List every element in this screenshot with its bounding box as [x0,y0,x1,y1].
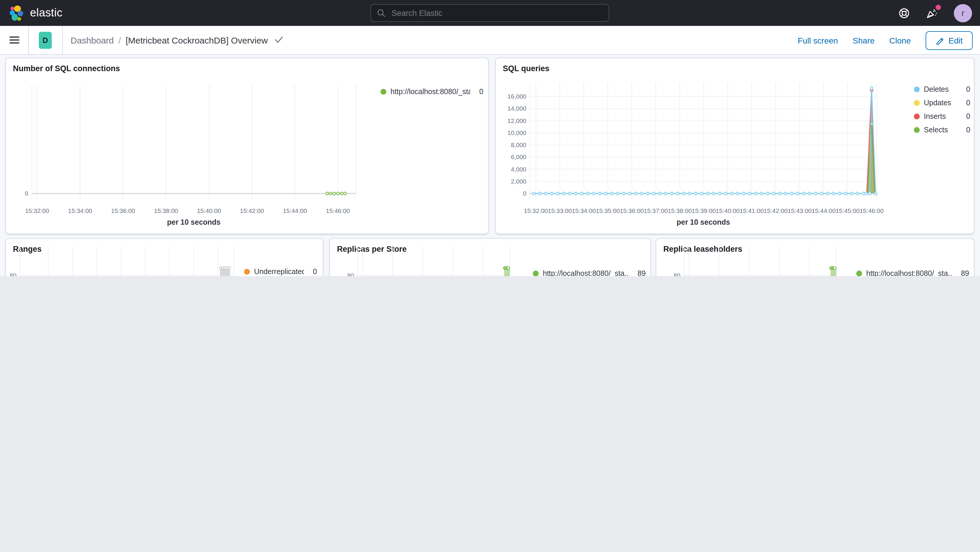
svg-text:2,000: 2,000 [511,178,526,185]
svg-text:15:34:00: 15:34:00 [68,207,92,214]
legend-label: Updates [924,99,951,107]
svg-text:per 10 seconds: per 10 seconds [167,218,221,226]
legend-value: 0 [961,126,970,134]
svg-text:15:32:00: 15:32:00 [25,207,49,214]
user-avatar[interactable]: r [954,4,972,22]
global-search[interactable] [371,4,609,22]
svg-text:0: 0 [25,190,28,197]
panel-sql-connections: 015:32:0015:34:0015:36:0015:38:0015:40:0… [5,58,489,234]
dashboard-toolbar: Full screen Share Clone Edit [798,26,973,55]
svg-text:15:35:00: 15:35:00 [596,207,620,214]
share-button[interactable]: Share [853,36,875,45]
sql-queries-chart[interactable]: 02,0004,0006,0008,00010,00012,00014,0001… [496,58,974,234]
legend-label: Inserts [924,112,946,121]
svg-text:15:44:00: 15:44:00 [811,207,836,214]
svg-text:80: 80 [10,272,16,276]
divider [62,26,63,54]
legend-dot-icon [856,270,862,276]
legend-item[interactable]: Underreplicated0 [244,267,317,276]
sql-queries-legend: Deletes0Updates0Inserts0Selects0 [914,85,970,134]
chevron-check-icon [275,37,283,43]
svg-text:15:33:00: 15:33:00 [548,207,572,214]
full-screen-button[interactable]: Full screen [798,36,838,45]
svg-text:10,000: 10,000 [508,129,526,136]
top-header: elastic [0,0,980,26]
sql-connections-chart[interactable]: 015:32:0015:34:0015:36:0015:38:0015:40:0… [6,58,488,234]
space-badge-letter: D [43,36,48,45]
legend-label: Selects [924,126,948,134]
legend-item[interactable]: http://localhost:8080/_stat...0 [380,87,484,96]
svg-text:15:36:00: 15:36:00 [620,207,644,214]
legend-label: http://localhost:8080/_sta... [543,269,628,276]
breadcrumb: Dashboard / [Metricbeat CockroachDB] Ove… [70,35,283,45]
sql-connections-legend: http://localhost:8080/_stat...0 [380,87,484,96]
svg-text:15:46:00: 15:46:00 [859,207,883,214]
svg-text:4,000: 4,000 [511,166,526,173]
svg-text:15:44:00: 15:44:00 [283,207,307,214]
svg-text:80: 80 [674,272,680,276]
pencil-icon [935,36,944,45]
legend-dot-icon [914,127,920,133]
svg-text:15:42:00: 15:42:00 [240,207,264,214]
search-icon [377,8,386,17]
dashboard-grid: 015:32:0015:34:0015:36:0015:38:0015:40:0… [0,55,980,276]
menu-button[interactable] [10,36,19,44]
news-button[interactable] [926,6,939,19]
legend-item[interactable]: http://localhost:8080/_sta...89 [533,269,646,276]
svg-text:15:39:00: 15:39:00 [692,207,716,214]
help-icon [898,7,910,19]
legend-dot-icon [533,270,539,276]
svg-text:0: 0 [523,190,526,197]
svg-text:15:45:00: 15:45:00 [836,207,860,214]
svg-text:15:40:00: 15:40:00 [716,207,740,214]
clone-button[interactable]: Clone [889,36,911,45]
panel-sql-queries: 02,0004,0006,0008,00010,00012,00014,0001… [495,58,974,234]
search-input[interactable] [390,8,603,18]
legend-value: 0 [308,267,317,276]
dashboard-list-toggle[interactable] [275,37,283,43]
legend-value: 0 [961,99,970,107]
svg-text:80: 80 [347,272,354,276]
legend-label: Underreplicated [254,267,304,276]
breadcrumb-dashboard-link[interactable]: Dashboard [70,35,114,45]
legend-item[interactable]: Deletes0 [914,85,970,94]
space-badge[interactable]: D [39,32,52,49]
elastic-logo[interactable]: elastic [10,5,63,21]
legend-item[interactable]: Inserts0 [914,112,970,121]
legend-dot-icon [914,86,920,92]
panel-replica-leaseholders: 0102030405060708015:32:0015:35:0015:38:0… [656,238,974,276]
svg-text:15:36:00: 15:36:00 [111,207,135,214]
divider [28,26,29,54]
svg-text:12,000: 12,000 [508,117,526,124]
page-title: [Metricbeat CockroachDB] Overview [126,35,268,45]
legend-item[interactable]: Selects0 [914,126,970,134]
legend-value: 0 [474,87,484,96]
legend-dot-icon [380,89,387,95]
legend-item[interactable]: Updates0 [914,99,970,107]
svg-text:15:37:00: 15:37:00 [644,207,668,214]
edit-button-label: Edit [948,36,963,45]
svg-text:6,000: 6,000 [511,154,526,160]
svg-text:15:43:00: 15:43:00 [788,207,812,214]
legend-label: http://localhost:8080/_stat... [390,87,471,96]
navigation-bar: D Dashboard / [Metricbeat CockroachDB] O… [0,26,980,55]
svg-text:16,000: 16,000 [508,93,526,100]
panel-ranges: 0102030405060708015:32:0015:34:0015:36:0… [5,238,323,276]
svg-text:15:41:00: 15:41:00 [740,207,764,214]
replica-leaseholders-legend: http://localhost:8080/_sta...89 [856,269,969,276]
svg-text:15:34:00: 15:34:00 [572,207,596,214]
svg-text:15:38:00: 15:38:00 [668,207,692,214]
legend-dot-icon [244,269,250,275]
legend-value: 89 [633,269,646,276]
edit-button[interactable]: Edit [926,31,973,50]
avatar-initial: r [961,8,964,17]
svg-text:per 10 seconds: per 10 seconds [676,218,730,226]
legend-value: 0 [961,85,970,94]
panel-replicas-per-store: 0102030405060708015:32:0015:35:0015:38:0… [329,238,651,276]
svg-text:15:40:00: 15:40:00 [197,207,221,214]
replicas-per-store-legend: http://localhost:8080/_sta...89 [533,269,646,276]
help-button[interactable] [897,6,910,19]
notification-badge [935,5,941,10]
svg-text:15:32:00: 15:32:00 [524,207,548,214]
legend-item[interactable]: http://localhost:8080/_sta...89 [856,269,969,276]
